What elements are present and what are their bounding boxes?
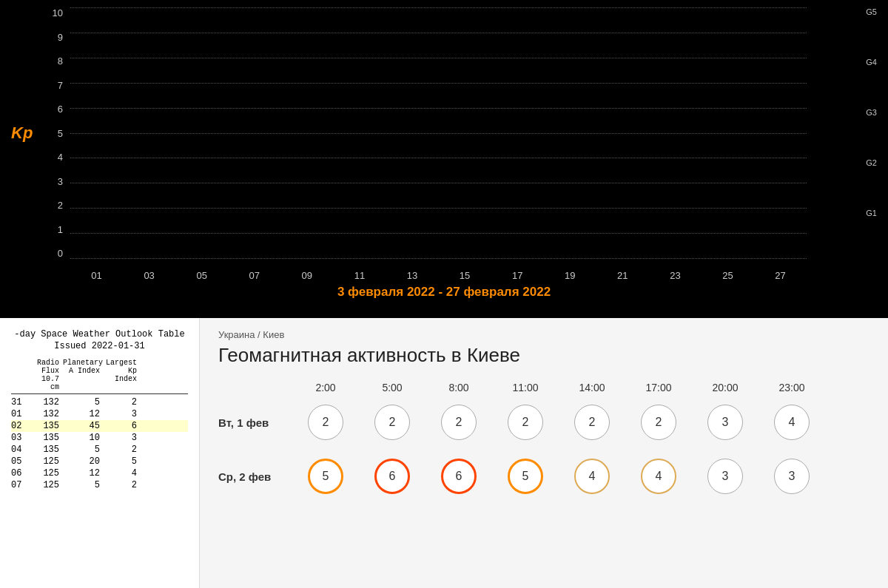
x-tick: 07 (228, 270, 280, 281)
cell-largest: 6 (104, 421, 137, 431)
y-tick: 8 (44, 55, 63, 67)
kp-value-circle: 4 (774, 405, 810, 440)
cell-flux: 132 (31, 409, 59, 419)
table-row: 31 132 5 2 (11, 396, 188, 408)
left-table: -day Space Weather Outlook Table Issued … (0, 318, 200, 588)
cell-planetary: 12 (63, 468, 100, 479)
y-tick: 7 (44, 80, 63, 91)
kp-value-circle: 2 (308, 405, 343, 440)
kp-cell: 3 (692, 459, 758, 494)
cell-date: 04 (11, 445, 27, 455)
table-row: 01 132 12 3 (11, 408, 188, 420)
y-tick: 1 (44, 224, 63, 235)
y-tick: 4 (44, 152, 63, 163)
cell-flux: 135 (31, 433, 59, 443)
kp-cell: 2 (625, 405, 692, 440)
cell-flux: 125 (31, 480, 59, 490)
kp-value-circle: 4 (574, 459, 610, 494)
y-tick: 3 (44, 176, 63, 187)
y-tick: 6 (44, 104, 63, 115)
kp-cell: 4 (758, 405, 825, 440)
x-tick: 17 (491, 270, 544, 281)
table-row: 06 125 12 4 (11, 467, 188, 479)
col-flux-header: Radio Flux10.7 cm (31, 359, 59, 391)
g-label: G3 (866, 108, 877, 117)
x-axis: 0103050709111315171921232527 (70, 270, 807, 281)
table-row: 03 135 10 3 (11, 432, 188, 444)
cell-date: 31 (11, 397, 27, 408)
cell-flux: 132 (31, 397, 59, 408)
y-tick: 0 (44, 248, 63, 259)
kp-cell: 5 (292, 459, 359, 494)
kp-value-circle: 2 (374, 405, 410, 440)
col-largest-header: LargestKp Index (104, 359, 137, 391)
kp-cell: 2 (292, 405, 359, 440)
time-column-header: 23:00 (758, 382, 825, 393)
table-row: 02 135 45 6 (11, 420, 188, 432)
day-label: Вт, 1 фев (218, 416, 292, 429)
panel-title: Геомагнитная активность в Киеве (218, 344, 870, 367)
kp-value-circle: 6 (374, 459, 410, 494)
kp-cell: 2 (426, 405, 492, 440)
cell-largest: 3 (104, 433, 137, 443)
x-tick: 15 (439, 270, 491, 281)
x-tick: 13 (386, 270, 438, 281)
kp-cell: 6 (359, 459, 426, 494)
cell-planetary: 5 (63, 445, 100, 455)
day-rows: Вт, 1 фев22222234Ср, 2 фев56654433 (218, 405, 870, 494)
day-row: Ср, 2 фев56654433 (218, 459, 870, 494)
kp-value-circle: 3 (774, 459, 810, 494)
kp-value-circle: 6 (441, 459, 477, 494)
time-column-header: 8:00 (426, 382, 492, 393)
cell-largest: 3 (104, 409, 137, 419)
x-tick: 21 (596, 270, 649, 281)
g-label: G5 (866, 7, 877, 16)
kp-value-circle: 4 (641, 459, 676, 494)
cell-largest: 2 (104, 397, 137, 408)
kp-cell: 2 (559, 405, 625, 440)
cell-date: 07 (11, 480, 27, 490)
table-title: -day Space Weather Outlook Table (11, 329, 188, 339)
kp-cell: 5 (492, 459, 559, 494)
time-header: 2:005:008:0011:0014:0017:0020:0023:00 (292, 382, 870, 393)
x-tick: 01 (70, 270, 123, 281)
kp-value-circle: 5 (308, 459, 343, 494)
cell-planetary: 12 (63, 409, 100, 419)
y-tick: 2 (44, 200, 63, 211)
kp-cell: 3 (692, 405, 758, 440)
table-issued: Issued 2022-01-31 (11, 341, 188, 351)
bars-container (70, 7, 807, 259)
kp-cell: 3 (758, 459, 825, 494)
chart-area: Kp 012345678910 G1G2G3G4G5 0103050709111… (44, 7, 844, 259)
day-row: Вт, 1 фев22222234 (218, 405, 870, 440)
g-labels: G1G2G3G4G5 (866, 7, 877, 259)
time-column-header: 14:00 (559, 382, 625, 393)
x-tick: 09 (280, 270, 333, 281)
table-header-row: Radio Flux10.7 cm PlanetaryA Index Large… (11, 359, 188, 394)
bottom-section: -day Space Weather Outlook Table Issued … (0, 318, 888, 588)
kp-value-circle: 2 (508, 405, 543, 440)
kp-value-circle: 3 (707, 405, 743, 440)
kp-cell: 4 (559, 459, 625, 494)
time-column-header: 11:00 (492, 382, 559, 393)
y-tick: 9 (44, 32, 63, 43)
breadcrumb: Украина / Киев (218, 329, 870, 340)
kp-value-circle: 2 (641, 405, 676, 440)
cell-largest: 2 (104, 480, 137, 490)
table-body: 31 132 5 2 01 132 12 3 02 135 45 6 03 13… (11, 396, 188, 491)
cell-date: 05 (11, 456, 27, 467)
x-tick: 19 (544, 270, 596, 281)
g-label: G1 (866, 209, 877, 217)
table-row: 04 135 5 2 (11, 444, 188, 456)
kp-value-circle: 2 (574, 405, 610, 440)
cell-largest: 2 (104, 445, 137, 455)
day-label: Ср, 2 фев (218, 470, 292, 483)
time-column-header: 2:00 (292, 382, 359, 393)
y-tick: 5 (44, 128, 63, 139)
cell-flux: 135 (31, 445, 59, 455)
kp-cell: 2 (359, 405, 426, 440)
y-tick: 10 (44, 7, 63, 18)
cell-largest: 5 (104, 456, 137, 467)
time-column-header: 17:00 (625, 382, 692, 393)
cell-flux: 125 (31, 468, 59, 479)
